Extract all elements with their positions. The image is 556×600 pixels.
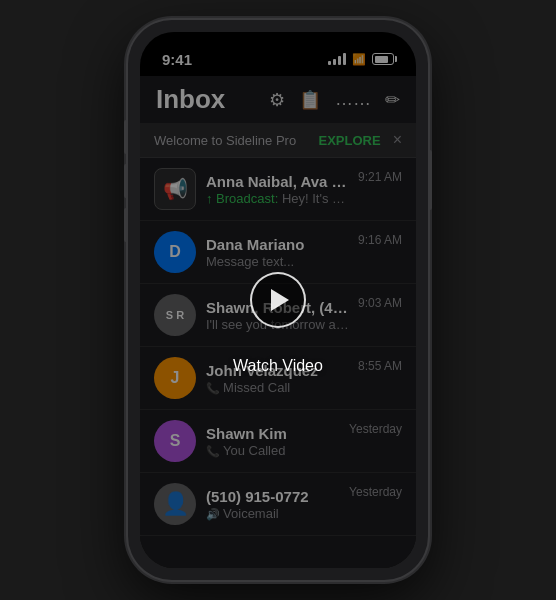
grid-icon[interactable]: …… xyxy=(335,89,371,110)
page-title: Inbox xyxy=(156,84,225,115)
compose-icon[interactable]: ✏ xyxy=(385,89,400,111)
contact-name: (510) 915-0772 xyxy=(206,488,341,505)
message-time: 9:16 AM xyxy=(358,233,402,247)
phone-icon: 📞 xyxy=(206,382,223,394)
call-status: Missed Call xyxy=(223,380,290,395)
avatar: D xyxy=(154,231,196,273)
contact-name: John Velazquez xyxy=(206,362,350,379)
contact-name: Anna Naibal, Ava Mille... xyxy=(206,173,350,190)
message-preview: I'll see you tomorrow at 3pm. Talk to yo… xyxy=(206,317,350,332)
status-time: 9:41 xyxy=(162,51,192,68)
banner-close-button[interactable]: × xyxy=(393,131,402,149)
header-icons: ⚙ 📋 …… ✏ xyxy=(269,89,400,111)
list-item[interactable]: J John Velazquez 📞 Missed Call 8:55 AM xyxy=(140,347,416,410)
contact-name: Shawn, Robert, (408)... xyxy=(206,299,350,316)
message-preview: 📞 Missed Call xyxy=(206,380,350,395)
list-item[interactable]: 📢 Anna Naibal, Ava Mille... ↑ Broadcast:… xyxy=(140,158,416,221)
message-time: 8:55 AM xyxy=(358,359,402,373)
app-content: Inbox ⚙ 📋 …… ✏ Welcome to Sideline Pro E… xyxy=(140,76,416,568)
settings-icon[interactable]: ⚙ xyxy=(269,89,285,111)
message-time: Yesterday xyxy=(349,422,402,436)
phone-frame: 9:41 📶 Inbox xyxy=(128,20,428,580)
avatar: J xyxy=(154,357,196,399)
item-content: (510) 915-0772 🔊 Voicemail xyxy=(206,488,341,521)
phone-screen: 9:41 📶 Inbox xyxy=(140,32,416,568)
list-item[interactable]: D Dana Mariano Message text... 9:16 AM xyxy=(140,221,416,284)
notch xyxy=(218,32,338,60)
voicemail-icon: 🔊 xyxy=(206,508,223,520)
contact-name: Shawn Kim xyxy=(206,425,341,442)
message-time: Yesterday xyxy=(349,485,402,499)
banner-text: Welcome to Sideline Pro xyxy=(154,133,319,148)
avatar: 👤 xyxy=(154,483,196,525)
message-preview: ↑ Broadcast: Hey! It's Mike with Proflow… xyxy=(206,191,350,206)
call-status: You Called xyxy=(223,443,285,458)
wifi-icon: 📶 xyxy=(352,53,366,66)
avatar: 📢 xyxy=(154,168,196,210)
message-time: 9:21 AM xyxy=(358,170,402,184)
list-item[interactable]: 👤 (510) 915-0772 🔊 Voicemail Yesterday xyxy=(140,473,416,536)
item-content: John Velazquez 📞 Missed Call xyxy=(206,362,350,395)
item-content: Anna Naibal, Ava Mille... ↑ Broadcast: H… xyxy=(206,173,350,206)
app-header: Inbox ⚙ 📋 …… ✏ xyxy=(140,76,416,123)
message-preview: 🔊 Voicemail xyxy=(206,506,341,521)
list-item[interactable]: S R Shawn, Robert, (408)... I'll see you… xyxy=(140,284,416,347)
message-preview: 📞 You Called xyxy=(206,443,341,458)
broadcast-label: ↑ Broadcast: xyxy=(206,191,278,206)
item-content: Shawn, Robert, (408)... I'll see you tom… xyxy=(206,299,350,332)
contact-name: Dana Mariano xyxy=(206,236,350,253)
inbox-list: 📢 Anna Naibal, Ava Mille... ↑ Broadcast:… xyxy=(140,158,416,568)
avatar: S xyxy=(154,420,196,462)
phone-icon: 📞 xyxy=(206,445,223,457)
banner-explore-button[interactable]: EXPLORE xyxy=(319,133,381,148)
broadcast-icon: 📢 xyxy=(163,177,188,201)
list-item[interactable]: S Shawn Kim 📞 You Called Yesterday xyxy=(140,410,416,473)
battery-icon xyxy=(372,53,394,65)
contact-icon[interactable]: 📋 xyxy=(299,89,321,111)
message-preview: Message text... xyxy=(206,254,350,269)
item-content: Shawn Kim 📞 You Called xyxy=(206,425,341,458)
item-content: Dana Mariano Message text... xyxy=(206,236,350,269)
message-time: 9:03 AM xyxy=(358,296,402,310)
preview-text: Hey! It's Mike with Proflow... xyxy=(282,191,350,206)
promo-banner: Welcome to Sideline Pro EXPLORE × xyxy=(140,123,416,158)
avatar: S R xyxy=(154,294,196,336)
status-icons: 📶 xyxy=(328,53,394,66)
voicemail-label: Voicemail xyxy=(223,506,279,521)
